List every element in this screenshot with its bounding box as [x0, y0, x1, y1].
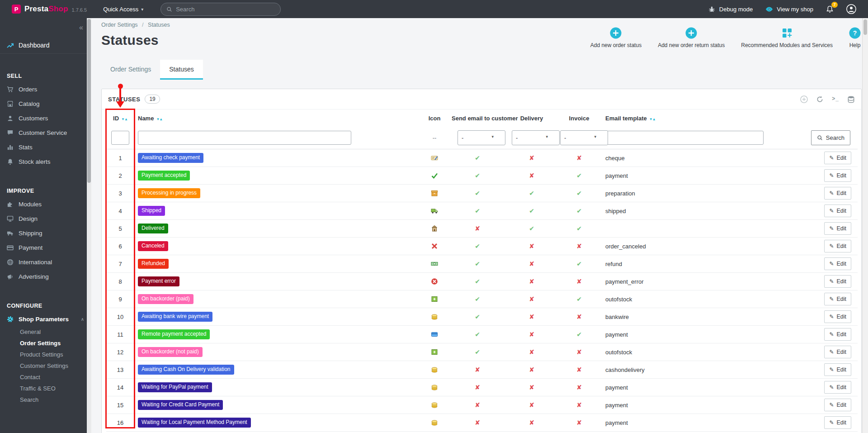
search-input[interactable] — [176, 6, 275, 13]
sidebar-item-design[interactable]: Design — [0, 211, 91, 226]
status-id-cell: 16 — [106, 414, 134, 432]
column-header-send-email: Send email to customer — [448, 109, 507, 127]
header-action-help[interactable]: ?Help — [849, 27, 861, 48]
stock-alerts-icon — [7, 158, 14, 165]
debug-mode-button[interactable]: Debug mode — [708, 6, 753, 13]
sidebar-item-customer-service[interactable]: Customer Service — [0, 125, 91, 140]
sidebar-item-customers[interactable]: Customers — [0, 111, 91, 125]
refresh-icon[interactable] — [816, 95, 824, 103]
status-row-9: 9On backorder (paid)✔✘✔outofstock✎Edit — [106, 290, 858, 308]
filter-invoice-select[interactable]: -▾ — [560, 130, 600, 145]
tab-order-settings[interactable]: Order Settings — [101, 60, 160, 80]
sidebar-scrollbar-thumb[interactable] — [87, 19, 91, 183]
sidebar-item-stock-alerts[interactable]: Stock alerts — [0, 154, 91, 169]
international-icon — [7, 259, 14, 266]
filter-invoice-select-el[interactable]: - — [560, 130, 608, 145]
invoice-cell: ✔ — [557, 220, 602, 238]
cross-icon — [431, 243, 438, 250]
sort-icon[interactable]: ▼▲ — [121, 117, 127, 121]
edit-button[interactable]: ✎Edit — [824, 275, 851, 288]
add-icon[interactable] — [800, 95, 808, 103]
filter-name-input[interactable] — [138, 131, 351, 145]
column-header-email-template[interactable]: Email template▼▲ — [602, 109, 799, 127]
sidebar-item-catalog[interactable]: Catalog — [0, 96, 91, 111]
edit-button[interactable]: ✎Edit — [824, 187, 851, 200]
filter-delivery-select-el[interactable]: - — [512, 130, 560, 145]
sidebar-subitem-contact[interactable]: Contact — [0, 371, 91, 383]
status-icon-cell — [421, 308, 448, 326]
sql-console-icon[interactable]: >_ — [832, 95, 839, 103]
filter-template-input[interactable] — [605, 131, 764, 145]
check-mark-icon: ✔ — [475, 278, 480, 285]
search-button[interactable]: Search — [811, 130, 850, 145]
edit-button[interactable]: ✎Edit — [824, 169, 851, 182]
edit-button[interactable]: ✎Edit — [824, 381, 851, 394]
send-email-cell: ✔ — [448, 326, 507, 343]
check-mark-icon: ✔ — [475, 313, 480, 320]
sort-icon[interactable]: ▼▲ — [649, 117, 656, 121]
sidebar-item-shop-parameters[interactable]: Shop Parameters∧ — [0, 312, 91, 326]
sidebar-subitem-product-settings[interactable]: Product Settings — [0, 349, 91, 360]
edit-button[interactable]: ✎Edit — [824, 240, 851, 252]
export-icon[interactable] — [847, 95, 855, 103]
edit-button[interactable]: ✎Edit — [824, 416, 851, 429]
sidebar-item-modules[interactable]: Modules — [0, 197, 91, 211]
column-header-id[interactable]: ID▼▲ — [106, 109, 134, 127]
edit-button-label: Edit — [836, 172, 846, 179]
edit-button[interactable]: ✎Edit — [824, 346, 851, 358]
quick-access-menu[interactable]: Quick Access ▾ — [103, 6, 143, 13]
header-action-recommended-modules-and-services[interactable]: Recommended Modules and Services — [741, 27, 833, 48]
filter-send-email-select-el[interactable]: - — [458, 130, 505, 145]
header-action-add-new-order-return-status[interactable]: Add new order return status — [658, 27, 725, 48]
sidebar-item-label: Advertising — [19, 273, 49, 280]
tab-statuses[interactable]: Statuses — [160, 60, 203, 80]
edit-button[interactable]: ✎Edit — [824, 257, 851, 270]
header-action-label: Recommended Modules and Services — [741, 42, 833, 48]
cross-mark-icon: ✘ — [576, 278, 582, 285]
shop-parameters-icon — [7, 316, 14, 323]
filter-send-email-select[interactable]: -▾ — [458, 130, 497, 145]
sort-icon[interactable]: ▼▲ — [156, 117, 162, 121]
email-template-cell: refund — [602, 255, 799, 273]
edit-button[interactable]: ✎Edit — [824, 363, 851, 376]
page-scrollbar-thumb[interactable] — [863, 19, 867, 35]
filter-delivery-select[interactable]: -▾ — [512, 130, 552, 145]
edit-button[interactable]: ✎Edit — [824, 152, 851, 164]
status-id-cell: 15 — [106, 396, 134, 414]
sidebar-item-dashboard[interactable]: Dashboard — [0, 37, 91, 54]
sidebar-subitem-order-settings[interactable]: Order Settings — [0, 338, 91, 349]
column-header-name[interactable]: Name▼▲ — [134, 109, 421, 127]
debug-icon — [708, 6, 716, 13]
view-my-shop-button[interactable]: View my shop — [765, 6, 813, 13]
sidebar-item-shipping[interactable]: Shipping — [0, 226, 91, 240]
notifications-button[interactable]: 7 — [826, 5, 834, 13]
edit-button[interactable]: ✎Edit — [824, 293, 851, 305]
sidebar-item-stats[interactable]: Stats — [0, 140, 91, 154]
status-row-5: 5Delivered✘✔✔✎Edit — [106, 220, 858, 238]
breadcrumb-parent[interactable]: Order Settings — [101, 22, 138, 28]
user-avatar[interactable] — [846, 4, 856, 14]
prestashop-logo[interactable]: P PrestaShop 1.7.6.5 — [12, 5, 87, 14]
collapse-sidebar-button[interactable]: « — [79, 24, 83, 32]
sidebar-item-payment[interactable]: Payment — [0, 240, 91, 255]
sidebar-subitem-search[interactable]: Search — [0, 394, 91, 405]
plus-circle-icon — [610, 27, 622, 39]
edit-button[interactable]: ✎Edit — [824, 328, 851, 341]
sidebar-item-advertising[interactable]: Advertising — [0, 269, 91, 284]
sidebar-item-orders[interactable]: Orders — [0, 82, 91, 96]
page-scrollbar[interactable] — [862, 18, 868, 433]
status-id-cell: 7 — [106, 255, 134, 273]
filter-id-input[interactable] — [111, 131, 129, 145]
sidebar-item-label: Stock alerts — [19, 158, 51, 165]
sidebar-item-international[interactable]: International — [0, 255, 91, 269]
edit-button[interactable]: ✎Edit — [824, 399, 851, 411]
header-action-add-new-order-status[interactable]: Add new order status — [590, 27, 642, 48]
edit-button[interactable]: ✎Edit — [824, 222, 851, 235]
send-email-cell: ✔ — [448, 185, 507, 202]
sidebar-scrollbar[interactable] — [87, 18, 91, 433]
edit-button[interactable]: ✎Edit — [824, 205, 851, 217]
sidebar-subitem-general[interactable]: General — [0, 326, 91, 338]
edit-button[interactable]: ✎Edit — [824, 310, 851, 323]
sidebar-subitem-customer-settings[interactable]: Customer Settings — [0, 360, 91, 371]
sidebar-subitem-traffic-seo[interactable]: Traffic & SEO — [0, 383, 91, 394]
